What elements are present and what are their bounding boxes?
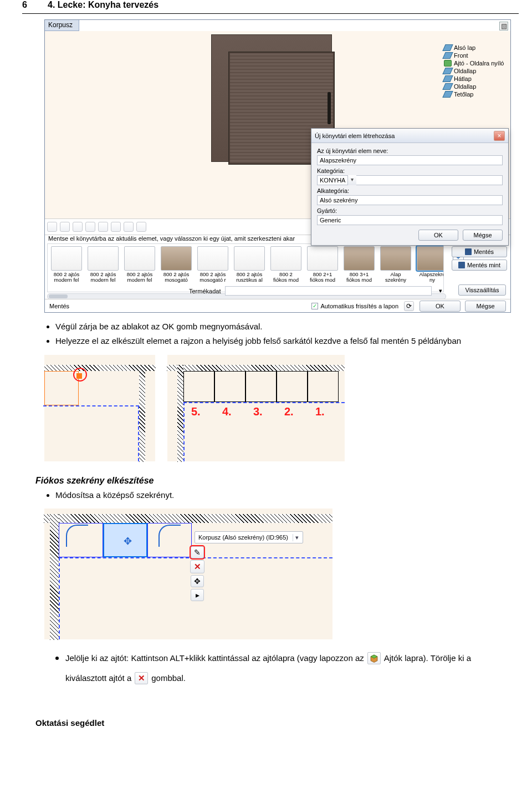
- library-item-selected[interactable]: Alapszekrény: [417, 246, 444, 292]
- context-toolbar: ✎ ✕ ✥ ▸: [190, 546, 204, 601]
- tree-item: Oldallap: [444, 68, 507, 74]
- door-icon: [444, 60, 452, 67]
- library-item[interactable]: 800 2 ajtósmodern fel: [124, 246, 155, 292]
- chevron-down-icon[interactable]: ▾: [347, 175, 356, 185]
- reset-button[interactable]: Visszaállítás: [458, 284, 506, 296]
- panel-icon: [442, 91, 453, 98]
- library-item[interactable]: 800 2 ajtósmodern fel: [51, 246, 82, 292]
- page-title: 4. Lecke: Konyha tervezés: [48, 0, 158, 10]
- edit-diagram: ✥ Korpusz (Alsó szekrény) (ID:965) ▾ ✎ ✕…: [44, 509, 332, 639]
- cancel-button[interactable]: Mégse: [465, 301, 506, 312]
- slot: [214, 371, 245, 402]
- save-button[interactable]: Mentés: [452, 246, 507, 257]
- tree-item: Front: [444, 52, 507, 59]
- bullet-dot: [55, 657, 59, 660]
- doors-tab-icon: [367, 652, 381, 664]
- rotate-handle-icon: [158, 525, 181, 547]
- dialog-ok-button[interactable]: OK: [418, 230, 458, 241]
- dialog-cancel-button[interactable]: Mégse: [463, 230, 503, 241]
- red-circle-highlight: [73, 368, 87, 382]
- tool-icon[interactable]: [47, 222, 57, 232]
- popup-label: Korpusz (Alsó szekrény) (ID:965): [198, 534, 288, 541]
- library-hint: Mentse el könyvtárba az aktuális elemet,…: [48, 235, 295, 242]
- library-item[interactable]: 800 2 ajtósmodern fel: [88, 246, 119, 292]
- panel-icon: [442, 44, 453, 51]
- bottom-tab-label[interactable]: Mentés: [49, 303, 69, 309]
- name-input[interactable]: Alapszekrény: [317, 155, 503, 165]
- ok-button[interactable]: OK: [420, 301, 461, 312]
- save-as-button[interactable]: Mentés mint: [452, 260, 507, 271]
- diagram-right: 5. 4. 3. 2. 1.: [167, 355, 345, 461]
- delete-x-icon[interactable]: ✕: [190, 560, 204, 573]
- tree-item: Oldallap: [444, 83, 507, 90]
- library-item[interactable]: 800 2fiókos mod: [270, 246, 301, 292]
- product-row: Termékadat ▾: [189, 286, 445, 296]
- slot: [308, 371, 339, 402]
- rotate-handle-icon: [66, 525, 88, 547]
- library-item[interactable]: 800 2 ajtósmosogató: [161, 246, 192, 292]
- page-number: 6: [22, 0, 48, 10]
- dialog-title: Új könyvtári elem létrehozása: [315, 133, 395, 139]
- manufacturer-input[interactable]: Generic: [317, 215, 503, 225]
- dropdown-icon[interactable]: ▾: [436, 287, 445, 294]
- screenshot-korpusz-window: Korpusz ▧ Alsó lap Front Ajtó - Oldalra …: [44, 19, 511, 313]
- library-strip[interactable]: 800 2 ajtósmodern fel 800 2 ajtósmodern …: [47, 243, 444, 292]
- field-label: Gyártó:: [317, 207, 503, 214]
- category-select[interactable]: KONYHA▾: [317, 175, 503, 185]
- field-label: Alkategória:: [317, 187, 503, 194]
- cabinet-handle: [328, 92, 331, 124]
- component-tree[interactable]: Alsó lap Front Ajtó - Oldalra nyíló Olda…: [444, 44, 507, 99]
- tool-icon[interactable]: [124, 222, 134, 232]
- auto-refresh-label: Automatikus frissítés a lapon: [320, 303, 398, 309]
- inline-note: Jelölje ki az ajtót: Kattintson ALT+klik…: [55, 652, 519, 685]
- move-icon[interactable]: ✥: [191, 575, 204, 587]
- page-header: 6 4. Lecke: Konyha tervezés: [22, 0, 519, 10]
- tree-item: Hátlap: [444, 75, 507, 82]
- library-item[interactable]: 800 2 ajtósmosogató r: [197, 246, 228, 292]
- tool-icon[interactable]: [98, 222, 108, 232]
- library-item[interactable]: 800 3+1fiókos mod: [344, 246, 375, 292]
- placement-diagram: 5. 4. 3. 2. 1.: [44, 355, 519, 461]
- blue-dashed-frame: [43, 405, 139, 461]
- tree-item: Ajtó - Oldalra nyíló: [444, 60, 507, 67]
- diagram-left: [44, 355, 155, 461]
- panel-icon: [442, 52, 453, 59]
- bullet-text: Módosítsa a középső szekrényt.: [55, 489, 519, 501]
- window-action-icon[interactable]: ▧: [499, 22, 508, 30]
- subcategory-input[interactable]: Alsó szekrény: [317, 195, 503, 205]
- product-field[interactable]: [225, 286, 432, 296]
- window-bottom-bar: Mentés ✓ Automatikus frissítés a lapon ⟳…: [45, 299, 510, 312]
- move-handle-icon: ✥: [124, 535, 132, 547]
- tool-icon[interactable]: [111, 222, 121, 232]
- tree-item: Alsó lap: [444, 44, 507, 51]
- library-item[interactable]: 800 2+1fiókos mod: [307, 246, 338, 292]
- more-icon[interactable]: ▸: [191, 589, 204, 601]
- selection-popup[interactable]: Korpusz (Alsó szekrény) (ID:965) ▾: [195, 531, 303, 543]
- header-rule: [22, 13, 519, 14]
- panel-icon: [442, 68, 453, 74]
- tool-icon[interactable]: [60, 222, 70, 232]
- library-item[interactable]: 800 2 ajtósrusztikus al: [234, 246, 265, 292]
- bullet-text: Végül zárja be az ablakot az OK gomb meg…: [55, 321, 519, 333]
- field-label: Az új könyvtári elem neve:: [317, 148, 503, 154]
- close-icon[interactable]: ×: [494, 131, 505, 141]
- chevron-down-icon[interactable]: ▾: [293, 534, 300, 541]
- library-item[interactable]: Alapszekrény: [380, 246, 411, 292]
- footer-text: Oktatási segédlet: [35, 718, 519, 728]
- panel-icon: [442, 75, 453, 82]
- slot: [277, 371, 308, 402]
- tool-icon[interactable]: [85, 222, 95, 232]
- disk-icon: [458, 262, 465, 268]
- tool-icon[interactable]: [73, 222, 83, 232]
- subheading: Fiókos szekrény elkészítése: [35, 476, 519, 486]
- delete-x-icon: ✕: [135, 672, 148, 684]
- disk-icon: [465, 248, 472, 255]
- new-library-item-dialog: Új könyvtári elem létrehozása × Az új kö…: [311, 128, 509, 246]
- edit-pencil-icon[interactable]: ✎: [191, 546, 204, 558]
- bullet-text: Helyezze el az elkészült elemet a rajzon…: [55, 335, 519, 347]
- dialog-titlebar[interactable]: Új könyvtári elem létrehozása ×: [311, 129, 508, 143]
- refresh-button[interactable]: ⟳: [404, 301, 414, 311]
- tool-icon[interactable]: [136, 222, 146, 232]
- auto-refresh-checkbox[interactable]: ✓: [311, 303, 318, 309]
- window-tab[interactable]: Korpusz: [45, 20, 79, 31]
